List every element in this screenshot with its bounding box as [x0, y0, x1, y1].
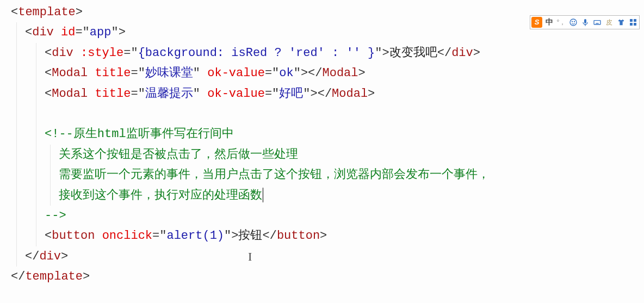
code-editor[interactable]: <template> <div id="app"> <div :style="{…	[0, 0, 644, 289]
tag-name: template	[25, 270, 83, 283]
attr-name: onclick	[102, 229, 152, 243]
emoji-icon[interactable]	[568, 17, 578, 28]
element-text: 按钮	[238, 229, 262, 243]
svg-point-1	[572, 21, 572, 22]
code-line[interactable]: <Modal title="妙味课堂" ok-value="ok"></Moda…	[4, 63, 640, 83]
tag-name: button	[52, 229, 95, 243]
tag-name: Modal	[52, 66, 88, 80]
punct: <	[11, 5, 18, 19]
svg-rect-5	[594, 21, 600, 24]
code-line[interactable]: <div :style="{background: isRed ? 'red' …	[4, 43, 640, 63]
tag-name: div	[32, 26, 54, 39]
code-line[interactable]: -->	[4, 206, 640, 226]
tag-name: template	[18, 5, 76, 19]
ime-punct-mode[interactable]: °，	[556, 17, 566, 28]
code-line[interactable]: 需要监听一个元素的事件，当用户点击了这个按钮，浏览器内部会发布一个事件，	[4, 165, 640, 185]
keyboard-icon[interactable]	[592, 17, 602, 28]
handwriting-icon[interactable]: 皮	[604, 17, 614, 28]
ime-language-toggle[interactable]: 中	[544, 17, 554, 28]
mouse-text-cursor-icon: I	[248, 246, 252, 267]
microphone-icon[interactable]	[580, 17, 590, 28]
tag-name: div	[52, 46, 73, 60]
comment-close: -->	[45, 209, 66, 222]
tag-name: Modal	[52, 87, 88, 101]
skin-icon[interactable]	[616, 17, 626, 28]
code-line[interactable]: <Modal title="温馨提示" ok-value="好吧"></Moda…	[4, 84, 640, 104]
attr-value: alert(1)	[166, 229, 224, 243]
comment-text: 关系这个按钮是否被点击了，然后做一些处理	[59, 148, 298, 162]
toolbox-icon[interactable]	[628, 17, 638, 28]
attr-name: ok-value	[207, 87, 265, 101]
code-line[interactable]	[4, 104, 640, 124]
attr-value: 好吧	[279, 87, 303, 101]
code-line[interactable]: 接收到这个事件，执行对应的处理函数	[4, 185, 640, 206]
comment-open: <!--	[45, 127, 73, 141]
ime-toolbar[interactable]: S 中 °， 皮	[530, 15, 640, 29]
code-line[interactable]: 关系这个按钮是否被点击了，然后做一些处理	[4, 145, 640, 165]
code-line[interactable]: </div>I	[4, 246, 640, 267]
code-line[interactable]: <!--原生html监听事件写在行间中	[4, 124, 640, 144]
code-line[interactable]: </template>	[4, 267, 640, 287]
punct: <	[25, 26, 32, 39]
svg-rect-3	[584, 19, 586, 23]
attr-value: {background: isRed ? 'red' : '' }	[138, 46, 375, 60]
svg-point-0	[570, 19, 577, 26]
comment-text: 原生html监听事件写在行间中	[73, 127, 234, 141]
attr-name: title	[95, 87, 131, 101]
attr-name: :style	[81, 46, 123, 60]
attr-name: title	[95, 66, 131, 80]
element-text: 改变我吧	[389, 46, 437, 60]
sogou-logo-icon[interactable]: S	[531, 17, 542, 28]
attr-value: 温馨提示	[145, 87, 193, 101]
code-line[interactable]: <button onclick="alert(1)">按钮</button>	[4, 226, 640, 246]
comment-text: 接收到这个事件，执行对应的处理函数	[59, 189, 262, 202]
comment-text: 需要监听一个元素的事件，当用户点击了这个按钮，浏览器内部会发布一个事件，	[59, 168, 490, 182]
attr-name: id	[61, 26, 75, 39]
svg-point-2	[574, 21, 574, 22]
tag-name: div	[39, 250, 61, 263]
attr-name: ok-value	[207, 66, 265, 80]
attr-value: ok	[279, 66, 293, 80]
attr-value: 妙味课堂	[145, 66, 193, 80]
punct: >	[76, 5, 83, 19]
text-cursor	[263, 188, 263, 202]
attr-value: app	[90, 26, 112, 39]
